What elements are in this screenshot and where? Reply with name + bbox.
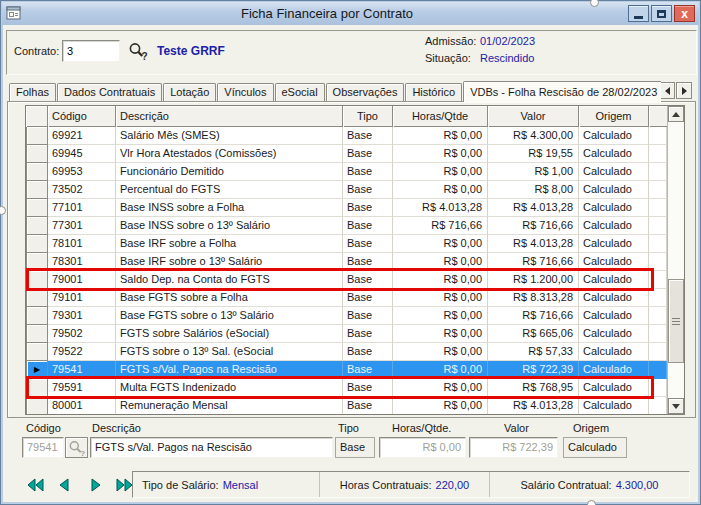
table-row[interactable]: ▶ 69953 Funcionário Demitido Base R$ 0,0… xyxy=(26,163,667,181)
table-row[interactable]: ▶ 69921 Salário Mês (SMES) Base R$ 0,00 … xyxy=(26,127,667,145)
cell-codigo: 79591 xyxy=(48,379,116,397)
table-row[interactable]: ▶ 73502 Percentual do FGTS Base R$ 0,00 … xyxy=(26,181,667,199)
cell-origem: Calculado xyxy=(579,163,649,181)
minimize-button[interactable] xyxy=(628,5,649,22)
search-icon[interactable]: ? xyxy=(127,41,149,61)
editor-codigo-label: Código xyxy=(26,422,61,434)
cell-descricao: Multa FGTS Indenizado xyxy=(116,379,343,397)
editor-tipo-field: Base xyxy=(335,437,375,458)
cell-horas: R$ 0,00 xyxy=(393,397,488,414)
cell-descricao: Base FGTS sobre o 13º Salário xyxy=(116,307,343,325)
scrollbar-thumb[interactable] xyxy=(668,279,684,363)
status-horas-contratuais: Horas Contratuais: 220,00 xyxy=(320,472,490,497)
cell-descricao: Percentual do FGTS xyxy=(116,181,343,199)
cell-descricao: FGTS sobre Salários (eSocial) xyxy=(116,325,343,343)
tipo-salario-value: Mensal xyxy=(223,479,258,491)
cell-descricao: Salário Mês (SMES) xyxy=(116,127,343,145)
cell-valor: R$ 1,00 xyxy=(488,163,579,181)
tab-lotacao[interactable]: Lotação xyxy=(163,83,216,102)
horas-contratuais-label: Horas Contratuais: xyxy=(340,479,432,491)
maximize-button[interactable] xyxy=(651,5,672,22)
scroll-up-button[interactable] xyxy=(668,106,684,122)
editor-horas-field[interactable]: R$ 0,00 xyxy=(379,437,466,458)
table-row[interactable]: ▶ 80001 Remuneração Mensal Base R$ 0,00 … xyxy=(26,397,667,414)
grid-header: Código Descrição Tipo Horas/Qtde Valor O… xyxy=(26,106,684,127)
header-tipo[interactable]: Tipo xyxy=(343,106,393,127)
cell-blank xyxy=(649,235,667,253)
table-row[interactable]: ▶ 79301 Base FGTS sobre o 13º Salário Ba… xyxy=(26,307,667,325)
editor-tipo-label: Tipo xyxy=(338,422,359,434)
row-indicator: ▶ xyxy=(26,181,48,199)
nav-first-button[interactable] xyxy=(25,477,45,493)
cell-codigo: 79541 xyxy=(48,361,116,379)
cell-origem: Calculado xyxy=(579,343,649,361)
tab-scroll-left-button[interactable] xyxy=(659,82,675,99)
header-horas[interactable]: Horas/Qtde xyxy=(393,106,488,127)
table-row[interactable]: ▶ 79101 Base FGTS sobre a Folha Base R$ … xyxy=(26,289,667,307)
cell-valor: R$ 19,55 xyxy=(488,145,579,163)
table-row[interactable]: ▶ 79541 FGTS s/Val. Pagos na Rescisão Ba… xyxy=(26,361,667,379)
table-row[interactable]: ▶ 79502 FGTS sobre Salários (eSocial) Ba… xyxy=(26,325,667,343)
tab-observacoes[interactable]: Observações xyxy=(326,83,405,102)
editor-search-button[interactable]: ? xyxy=(65,437,88,458)
cell-origem: Calculado xyxy=(579,307,649,325)
tab-historico[interactable]: Histórico xyxy=(405,83,462,102)
tab-vdbs-folha-rescisao[interactable]: VDBs - Folha Rescisão de 28/02/2023 xyxy=(463,81,661,102)
editor-valor-field[interactable]: R$ 722,39 xyxy=(469,437,558,458)
salario-contratual-label: Salário Contratual: xyxy=(521,479,612,491)
tab-dados-contratuais[interactable]: Dados Contratuais xyxy=(57,83,162,102)
nav-previous-button[interactable] xyxy=(55,477,75,493)
contrato-input[interactable] xyxy=(62,40,120,62)
arrow-left-icon xyxy=(665,87,670,95)
row-indicator: ▶ xyxy=(26,343,48,361)
cell-descricao: Funcionário Demitido xyxy=(116,163,343,181)
close-button[interactable]: x xyxy=(674,5,695,22)
maximize-icon xyxy=(657,10,666,18)
header-origem[interactable]: Origem xyxy=(579,106,649,127)
arrow-up-icon xyxy=(672,112,680,117)
vertical-scrollbar[interactable] xyxy=(667,106,684,414)
cell-tipo: Base xyxy=(343,235,393,253)
tab-vinculos[interactable]: Vínculos xyxy=(217,83,273,102)
table-row[interactable]: ▶ 77101 Base INSS sobre a Folha Base R$ … xyxy=(26,199,667,217)
table-row[interactable]: ▶ 79001 Saldo Dep. na Conta do FGTS Base… xyxy=(26,271,667,289)
table-row[interactable]: ▶ 69945 Vlr Hora Atestados (Comissões) B… xyxy=(26,145,667,163)
cell-blank xyxy=(649,397,667,414)
row-indicator: ▶ xyxy=(26,397,48,414)
cell-origem: Calculado xyxy=(579,235,649,253)
editor-descricao-field[interactable]: FGTS s/Val. Pagos na Rescisão xyxy=(90,437,333,458)
cell-origem: Calculado xyxy=(579,361,649,379)
table-row[interactable]: ▶ 77301 Base INSS sobre o 13º Salário Ba… xyxy=(26,217,667,235)
cell-descricao: Remuneração Mensal xyxy=(116,397,343,414)
tab-esocial[interactable]: eSocial xyxy=(275,83,325,102)
nav-next-button[interactable] xyxy=(85,477,105,493)
cell-valor: R$ 665,06 xyxy=(488,325,579,343)
table-row[interactable]: ▶ 79591 Multa FGTS Indenizado Base R$ 0,… xyxy=(26,379,667,397)
editor-valor-label: Valor xyxy=(504,422,529,434)
situacao-label: Situação: xyxy=(425,52,471,64)
capture-handle-bottom xyxy=(587,500,596,505)
row-indicator: ▶ xyxy=(26,253,48,271)
cell-tipo: Base xyxy=(343,325,393,343)
editor-codigo-field[interactable]: 79541 xyxy=(22,437,64,458)
tab-folhas[interactable]: Folhas xyxy=(9,83,56,102)
tab-scroll-right-button[interactable] xyxy=(676,82,692,99)
header-codigo[interactable]: Código xyxy=(48,106,116,127)
arrow-down-icon xyxy=(672,404,680,409)
cell-tipo: Base xyxy=(343,145,393,163)
cell-horas: R$ 0,00 xyxy=(393,271,488,289)
cell-tipo: Base xyxy=(343,289,393,307)
header-descricao[interactable]: Descrição xyxy=(116,106,343,127)
cell-valor: R$ 722,39 xyxy=(488,361,579,379)
table-row[interactable]: ▶ 78301 Base IRF sobre o 13º Salário Bas… xyxy=(26,253,667,271)
table-row[interactable]: ▶ 78101 Base IRF sobre a Folha Base R$ 0… xyxy=(26,235,667,253)
cell-tipo: Base xyxy=(343,397,393,414)
scroll-down-button[interactable] xyxy=(668,398,684,414)
cell-tipo: Base xyxy=(343,253,393,271)
cell-tipo: Base xyxy=(343,361,393,379)
cell-valor: R$ 4.013,28 xyxy=(488,199,579,217)
cell-valor: R$ 1.200,00 xyxy=(488,271,579,289)
header-valor[interactable]: Valor xyxy=(488,106,579,127)
cell-blank xyxy=(649,307,667,325)
table-row[interactable]: ▶ 79522 FGTS sobre o 13º Sal. (eSocial B… xyxy=(26,343,667,361)
